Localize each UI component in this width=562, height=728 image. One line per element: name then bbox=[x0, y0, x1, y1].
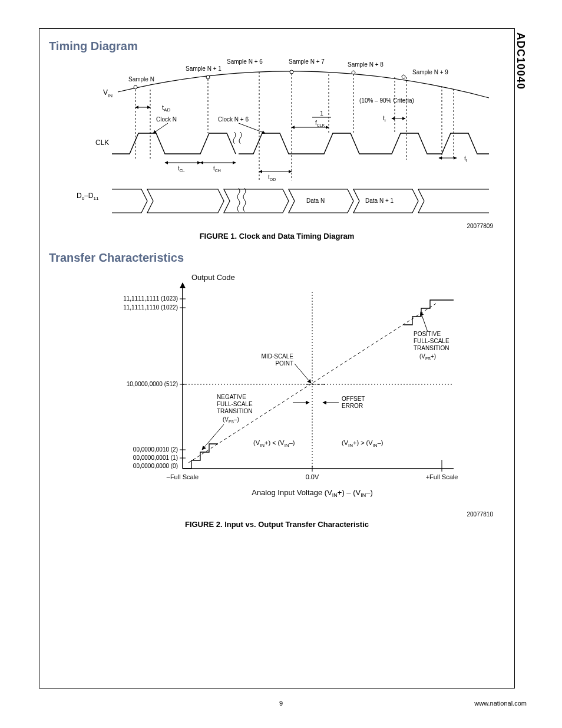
label-sample-n1: Sample N + 1 bbox=[186, 65, 222, 72]
svg-text:TRANSITION: TRANSITION bbox=[414, 345, 449, 351]
figure-2-transfer-characteristic: Output Code 11,1111,1111 (1023) 11,1111,… bbox=[49, 268, 505, 510]
label-clock-n6: Clock N + 6 bbox=[218, 116, 249, 123]
svg-line-46 bbox=[295, 364, 311, 383]
svg-line-53 bbox=[202, 424, 224, 450]
label-offset-error: OFFSET bbox=[342, 396, 365, 402]
label-dbus: D0–D11 bbox=[77, 192, 99, 201]
label-vin-gt: (VIN+) > (VIN–) bbox=[342, 439, 383, 448]
svg-text:tCL: tCL bbox=[178, 165, 185, 173]
label-sample-n9: Sample N + 9 bbox=[412, 69, 448, 75]
label-neg-full: –Full Scale bbox=[167, 473, 199, 480]
label-pos-full: +Full Scale bbox=[426, 473, 458, 480]
label-code-2: 00,0000,0010 (2) bbox=[133, 446, 178, 453]
figure-1-caption: FIGURE 1. Clock and Data Timing Diagram bbox=[49, 232, 505, 241]
label-vin-lt: (VIN+) < (VIN–) bbox=[253, 439, 295, 448]
section-heading-transfer: Transfer Characteristics bbox=[49, 251, 505, 265]
figure-1-timing-diagram: Sample N Sample N + 1 Sample N + 6 Sampl… bbox=[49, 57, 505, 222]
svg-point-4 bbox=[402, 75, 405, 78]
figure-2-caption: FIGURE 2. Input vs. Output Transfer Char… bbox=[49, 520, 505, 529]
svg-text:POINT: POINT bbox=[275, 360, 293, 367]
label-xaxis: Analog Input Voltage (VIN+) – (VIN–) bbox=[252, 488, 373, 498]
label-sample-n: Sample N bbox=[128, 76, 154, 83]
svg-point-2 bbox=[290, 70, 293, 74]
label-data-n: Data N bbox=[306, 197, 325, 204]
svg-text:TRANSITION: TRANSITION bbox=[217, 408, 253, 414]
svg-point-3 bbox=[352, 71, 355, 74]
page-frame: Timing Diagram bbox=[39, 28, 515, 689]
label-pos-fs: POSITIVE bbox=[414, 331, 441, 337]
label-code-1: 00,0000,0001 (1) bbox=[133, 454, 178, 461]
label-sample-n8: Sample N + 8 bbox=[348, 61, 384, 68]
svg-text:tCH: tCH bbox=[213, 165, 221, 173]
label-code-512: 10,0000,0000 (512) bbox=[127, 381, 178, 387]
svg-text:(VFS+): (VFS+) bbox=[419, 353, 436, 361]
svg-text:VIN: VIN bbox=[103, 88, 113, 98]
label-criteria: (10% – 90% Criteria) bbox=[359, 97, 414, 104]
svg-text:fCLK: fCLK bbox=[315, 120, 325, 127]
svg-line-57 bbox=[421, 312, 428, 332]
label-neg-fs: NEGATIVE bbox=[217, 394, 246, 400]
label-zero-v: 0.0V bbox=[306, 473, 319, 480]
footer-url: www.national.com bbox=[474, 700, 527, 707]
label-code-0: 00,0000,0000 (0) bbox=[133, 463, 178, 469]
svg-text:(VFS–): (VFS–) bbox=[223, 416, 239, 424]
svg-text:tr: tr bbox=[383, 114, 386, 123]
svg-text:FULL-SCALE: FULL-SCALE bbox=[217, 401, 253, 407]
label-sample-n6: Sample N + 6 bbox=[227, 58, 263, 65]
label-code-1023: 11,1111,1111 (1023) bbox=[123, 295, 178, 302]
label-one: 1 bbox=[320, 110, 323, 117]
label-tOD: tOD bbox=[268, 174, 276, 182]
svg-text:ERROR: ERROR bbox=[342, 403, 363, 409]
label-clock-n: Clock N bbox=[156, 116, 177, 123]
label-code-1022: 11,1111,1110 (1022) bbox=[123, 304, 178, 311]
part-number-side: ADC10040 bbox=[514, 32, 527, 90]
figure-2-id: 20077810 bbox=[49, 511, 505, 518]
svg-line-20 bbox=[239, 123, 265, 133]
svg-text:tAD: tAD bbox=[162, 104, 170, 113]
label-output-code: Output Code bbox=[191, 273, 235, 282]
label-clk: CLK bbox=[95, 139, 109, 147]
svg-line-19 bbox=[153, 123, 168, 133]
label-sample-n7: Sample N + 7 bbox=[289, 58, 325, 65]
label-midscale: MID-SCALE bbox=[262, 353, 294, 360]
figure-1-id: 20077809 bbox=[49, 223, 505, 229]
svg-point-1 bbox=[206, 75, 210, 79]
label-data-n1: Data N + 1 bbox=[365, 197, 394, 204]
section-heading-timing: Timing Diagram bbox=[49, 39, 505, 53]
label-vin: V bbox=[103, 88, 108, 97]
svg-point-0 bbox=[134, 85, 137, 89]
label-tf: tf bbox=[464, 154, 467, 163]
svg-text:FULL-SCALE: FULL-SCALE bbox=[414, 338, 449, 344]
